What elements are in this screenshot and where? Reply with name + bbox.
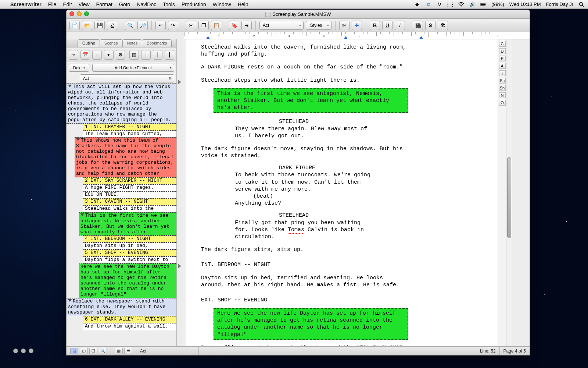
menu-edit[interactable]: Edit <box>63 1 72 7</box>
battery-percent[interactable]: (99%) <box>491 1 504 7</box>
menu-tools[interactable]: Tools <box>163 1 175 7</box>
add-outline-element-button[interactable]: Add Outline Element <box>92 64 174 72</box>
battery-icon[interactable] <box>480 1 486 7</box>
outline-item[interactable]: 5 EXT. SHOP -- EVENING <box>83 250 176 256</box>
element-shortcut-t[interactable]: T <box>499 70 506 76</box>
screenplay-page[interactable]: Steelhead walks into the cavern, furnish… <box>186 39 498 346</box>
disclosure-triangle-icon[interactable] <box>68 85 72 87</box>
tools-button[interactable]: 🛠 <box>438 21 448 30</box>
menu-production[interactable]: Production <box>182 1 206 7</box>
element-shortcut-o[interactable]: O <box>499 100 506 106</box>
element-shortcut-sh[interactable]: Sh <box>499 85 506 91</box>
outline-calendar-button[interactable]: 📅 <box>80 50 90 60</box>
disclosure-triangle-icon[interactable] <box>76 138 80 141</box>
element-shortcut-c[interactable]: C <box>499 41 506 47</box>
new-document-button[interactable]: 📄 <box>69 21 80 30</box>
note-collapse-arrow[interactable] <box>178 264 181 268</box>
outline-item[interactable]: Dayton flips a switch next to <box>83 256 176 263</box>
outline-item[interactable]: The Team hangs hand cuffed, <box>83 131 176 138</box>
scissors-button[interactable]: ✄ <box>339 21 349 30</box>
underline-button[interactable]: U <box>382 21 392 30</box>
outline-columns-button[interactable]: ▥ <box>129 50 139 60</box>
view-mode-page[interactable]: ▢ <box>80 348 88 354</box>
outline-item[interactable]: This is the first time we see antagonist… <box>79 212 176 236</box>
scrollbar-thumb[interactable] <box>507 157 511 238</box>
delete-button[interactable]: Delete <box>69 64 89 72</box>
window-minimize-button[interactable] <box>77 11 82 16</box>
bluetooth-icon[interactable]: ⋮⋮ <box>447 1 453 7</box>
paste-button[interactable]: 📋 <box>211 21 221 30</box>
user-menu[interactable]: Forris Day Jr <box>546 1 573 7</box>
outline-item[interactable]: 2 EXT. SKY SCRAPER -- NIGHT <box>83 177 176 184</box>
element-type-select[interactable]: Act <box>259 21 304 30</box>
preferences-button[interactable]: ⚙ <box>425 21 435 30</box>
view-toggle-a[interactable]: ▦ <box>115 348 123 354</box>
outline-item[interactable]: 4 INT. BEDROOM -- NIGHT <box>83 236 176 243</box>
outline-item[interactable]: Here we see the new life Dayton has set … <box>79 263 176 298</box>
element-shortcut-d[interactable]: D <box>499 48 506 54</box>
zoom-in-button[interactable]: 🔍 <box>125 21 135 30</box>
menu-view[interactable]: View <box>79 1 90 7</box>
element-shortcut-sc[interactable]: Sc <box>499 78 506 84</box>
tab-scenes[interactable]: Scenes <box>100 39 123 47</box>
styles-button[interactable]: Styles <box>306 21 331 30</box>
element-shortcut-a[interactable]: A <box>499 63 506 69</box>
outline-slider3[interactable]: ⎮ <box>165 50 174 60</box>
menu-goto[interactable]: Goto <box>119 1 130 7</box>
note-collapse-arrow[interactable] <box>178 80 181 84</box>
open-button[interactable]: 📂 <box>82 21 92 30</box>
disclosure-triangle-icon[interactable] <box>68 299 72 302</box>
element-shortcut-n[interactable]: N <box>499 92 506 98</box>
outline-indent-button[interactable]: ⇥ <box>69 50 78 60</box>
undo-button[interactable]: ↶ <box>155 21 166 30</box>
menu-window[interactable]: Window <box>213 1 231 7</box>
cut-button[interactable]: ✂ <box>186 21 196 30</box>
outline-level-select[interactable]: Act <box>80 74 174 82</box>
outline-style-button[interactable]: ▾ <box>104 50 114 60</box>
menu-navidoc[interactable]: NaviDoc <box>137 1 156 7</box>
outline-item[interactable]: Steelhead walks into the <box>83 205 176 212</box>
outline-item[interactable]: And throw him against a wall. <box>83 323 176 330</box>
outline-slider2[interactable]: ⎮ <box>153 50 162 60</box>
bookmark-button[interactable]: 🔖 <box>229 21 239 30</box>
outline-item[interactable]: Replace the newspaper stand with somethi… <box>67 298 176 316</box>
zoom-out-button[interactable]: 🔎 <box>137 21 148 30</box>
outline-item[interactable]: 6 EXT. DARK ALLEY -- EVENING <box>83 316 176 323</box>
wifi-icon[interactable] <box>458 1 464 7</box>
add-element-button[interactable]: ✚ <box>352 21 362 30</box>
slate-button[interactable]: 🎬 <box>413 21 423 30</box>
print-button[interactable]: 🖨 <box>107 21 117 30</box>
outline-item[interactable]: ECU ON TUBE. <box>83 191 176 198</box>
menu-file[interactable]: File <box>48 1 57 7</box>
outline-item[interactable]: This act will set up how the virus wiped… <box>67 84 176 124</box>
menu-format[interactable]: Format <box>96 1 112 7</box>
view-mode-zoom[interactable]: 🔍 <box>99 348 107 354</box>
copy-button[interactable]: ❐ <box>198 21 209 30</box>
outline-item[interactable]: 3 INT. CAVERN -- NIGHT <box>83 198 176 205</box>
volume-icon[interactable]: 🔊 <box>469 1 475 7</box>
bold-button[interactable]: B <box>370 21 380 30</box>
tab-notes[interactable]: Notes <box>122 39 143 47</box>
document-proxy-icon[interactable] <box>265 12 270 17</box>
element-shortcut-p[interactable]: P <box>499 56 506 61</box>
view-mode-cards[interactable]: ❏ <box>89 348 97 354</box>
vertical-scrollbar[interactable] <box>506 39 512 346</box>
italic-button[interactable]: I <box>395 21 405 30</box>
outline-list[interactable]: This act will set up how the virus wiped… <box>67 84 176 346</box>
spotlight-icon[interactable] <box>578 1 584 7</box>
window-close-button[interactable] <box>69 11 74 16</box>
dropbox-icon[interactable]: ⧉ <box>425 1 431 7</box>
menuextra-icon[interactable]: ◆ <box>414 1 420 7</box>
outline-slider1[interactable]: ⎮ <box>141 50 151 60</box>
outline-item[interactable]: A huge FIRE FIGHT rages. <box>83 184 176 191</box>
save-button[interactable]: 💾 <box>94 21 105 30</box>
app-menu[interactable]: Screenwriter <box>10 1 42 7</box>
outline-settings-button[interactable]: ⚙ <box>116 50 125 60</box>
clock[interactable]: Wed 10:13 PM <box>509 1 541 7</box>
view-mode-navidoc[interactable]: ▤ <box>70 348 78 354</box>
tab-bookmarks[interactable]: Bookmarks <box>142 39 172 47</box>
tab-outline[interactable]: Outline <box>78 39 100 47</box>
outline-down-button[interactable]: ↓ <box>92 50 102 60</box>
goto-button[interactable]: ➜ <box>241 21 252 30</box>
redo-button[interactable]: ↷ <box>168 21 178 30</box>
